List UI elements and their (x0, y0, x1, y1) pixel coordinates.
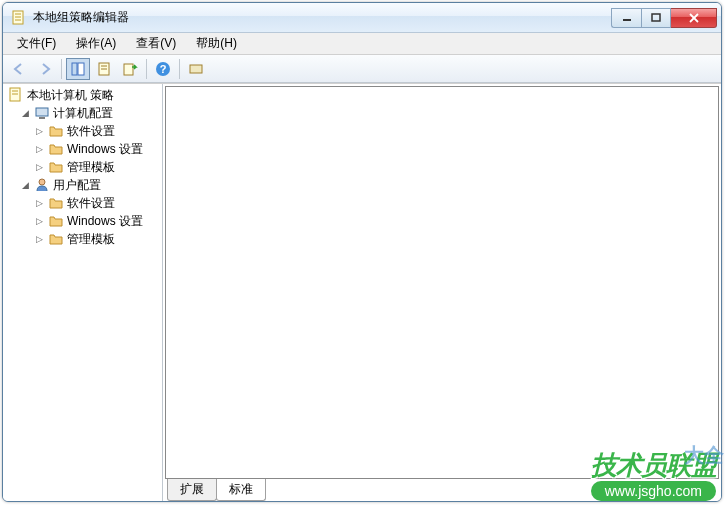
export-button[interactable] (118, 58, 142, 80)
close-button[interactable] (671, 8, 717, 28)
maximize-button[interactable] (641, 8, 671, 28)
forward-button[interactable] (33, 58, 57, 80)
toolbar-separator (179, 59, 180, 79)
tree-label: 计算机配置 (53, 105, 113, 122)
tree-label: 软件设置 (67, 195, 115, 212)
expand-icon[interactable]: ▷ (33, 197, 45, 209)
expand-icon[interactable]: ▷ (33, 143, 45, 155)
titlebar[interactable]: 本地组策略编辑器 (3, 3, 721, 33)
tree-comp-windows[interactable]: ▷ Windows 设置 (5, 140, 160, 158)
tree-computer-config[interactable]: ◢ 计算机配置 (5, 104, 160, 122)
computer-icon (34, 105, 50, 121)
svg-point-22 (39, 179, 45, 185)
tree-user-admin[interactable]: ▷ 管理模板 (5, 230, 160, 248)
policy-icon (8, 87, 24, 103)
filter-button[interactable] (184, 58, 208, 80)
toolbar: ? (3, 55, 721, 83)
folder-icon (48, 159, 64, 175)
bottom-tabs: 扩展 标准 (163, 479, 721, 501)
svg-rect-16 (190, 65, 202, 73)
expand-icon[interactable]: ▷ (33, 215, 45, 227)
tree-comp-software[interactable]: ▷ 软件设置 (5, 122, 160, 140)
tree-user-software[interactable]: ▷ 软件设置 (5, 194, 160, 212)
tree-label: 用户配置 (53, 177, 101, 194)
tree-label: Windows 设置 (67, 141, 143, 158)
svg-rect-5 (652, 14, 660, 21)
minimize-button[interactable] (611, 8, 641, 28)
content-area: 本地计算机 策略 ◢ 计算机配置 ▷ 软件设置 ▷ (3, 83, 721, 501)
tree-user-windows[interactable]: ▷ Windows 设置 (5, 212, 160, 230)
tree-root[interactable]: 本地计算机 策略 (5, 86, 160, 104)
right-panel: 扩展 标准 (163, 84, 721, 501)
folder-icon (48, 141, 64, 157)
tree-label: Windows 设置 (67, 213, 143, 230)
menu-view[interactable]: 查看(V) (126, 33, 186, 54)
menu-file[interactable]: 文件(F) (7, 33, 66, 54)
tree-label: 管理模板 (67, 231, 115, 248)
svg-rect-13 (124, 64, 133, 75)
back-button[interactable] (7, 58, 31, 80)
menu-help[interactable]: 帮助(H) (186, 33, 247, 54)
tree-label: 本地计算机 策略 (27, 87, 114, 104)
tree-panel[interactable]: 本地计算机 策略 ◢ 计算机配置 ▷ 软件设置 ▷ (3, 84, 163, 501)
app-window: 本地组策略编辑器 文件(F) 操作(A) 查看(V) 帮助(H) (2, 2, 722, 502)
tree-user-config[interactable]: ◢ 用户配置 (5, 176, 160, 194)
toolbar-separator (146, 59, 147, 79)
tree-label: 管理模板 (67, 159, 115, 176)
tab-standard[interactable]: 标准 (216, 479, 266, 501)
toolbar-separator (61, 59, 62, 79)
tree-comp-admin[interactable]: ▷ 管理模板 (5, 158, 160, 176)
menubar: 文件(F) 操作(A) 查看(V) 帮助(H) (3, 33, 721, 55)
watermark-side: 大全 (684, 442, 724, 469)
window-title: 本地组策略编辑器 (33, 9, 611, 26)
app-icon (11, 10, 27, 26)
expand-icon[interactable]: ▷ (33, 161, 45, 173)
window-controls (611, 8, 717, 28)
folder-icon (48, 123, 64, 139)
folder-icon (48, 195, 64, 211)
properties-button[interactable] (92, 58, 116, 80)
svg-rect-21 (39, 117, 45, 119)
user-icon (34, 177, 50, 193)
collapse-icon[interactable]: ◢ (19, 179, 31, 191)
tab-extended[interactable]: 扩展 (167, 479, 217, 501)
detail-view[interactable] (165, 86, 719, 479)
help-button[interactable]: ? (151, 58, 175, 80)
expand-icon[interactable]: ▷ (33, 233, 45, 245)
show-hide-tree-button[interactable] (66, 58, 90, 80)
folder-icon (48, 231, 64, 247)
expand-icon[interactable]: ▷ (33, 125, 45, 137)
svg-rect-20 (36, 108, 48, 116)
svg-rect-8 (72, 63, 77, 75)
svg-rect-9 (78, 63, 84, 75)
folder-icon (48, 213, 64, 229)
tree-label: 软件设置 (67, 123, 115, 140)
collapse-icon[interactable]: ◢ (19, 107, 31, 119)
menu-action[interactable]: 操作(A) (66, 33, 126, 54)
svg-text:?: ? (160, 63, 167, 75)
